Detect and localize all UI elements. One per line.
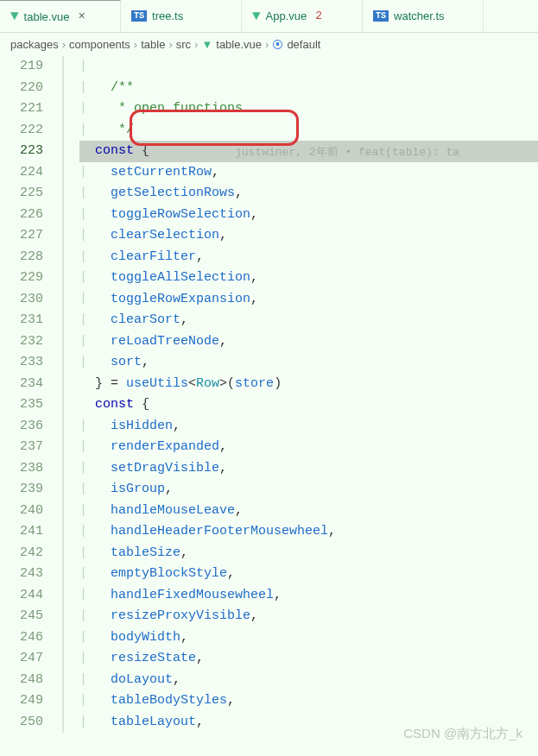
close-icon[interactable]: × bbox=[78, 9, 85, 23]
vue-icon: ▼ bbox=[201, 38, 212, 51]
breadcrumb-item[interactable]: components bbox=[69, 38, 130, 51]
ts-icon: TS bbox=[373, 10, 389, 22]
tab-tree-ts[interactable]: TS tree.ts bbox=[121, 0, 242, 32]
breadcrumb[interactable]: packages › components › table › src › ▼ … bbox=[0, 33, 538, 56]
tab-badge: 2 bbox=[315, 9, 322, 22]
chevron-right-icon: › bbox=[168, 38, 172, 51]
chevron-right-icon: › bbox=[265, 38, 269, 51]
tab-label: tree.ts bbox=[152, 9, 183, 22]
line-gutter: 2192202212222232242252262272282292302312… bbox=[0, 56, 62, 733]
tab-label: watcher.ts bbox=[394, 9, 445, 22]
tab-label: table.vue bbox=[24, 10, 70, 23]
tab-watcher-ts[interactable]: TS watcher.ts bbox=[363, 0, 484, 32]
breadcrumb-item[interactable]: src bbox=[176, 38, 191, 51]
code-area[interactable]: | | /**| * open functions| */ const {jus… bbox=[62, 56, 538, 733]
chevron-right-icon: › bbox=[134, 38, 137, 51]
breadcrumb-item[interactable]: table.vue bbox=[216, 38, 262, 51]
method-icon: ⦿ bbox=[272, 38, 283, 51]
breadcrumb-item[interactable]: table bbox=[141, 38, 165, 51]
breadcrumb-item[interactable]: default bbox=[287, 38, 320, 51]
vue-icon: ▼ bbox=[10, 9, 19, 24]
editor-tabs: ▼ table.vue × TS tree.ts ▼ App.vue 2 TS … bbox=[0, 0, 538, 33]
chevron-right-icon: › bbox=[62, 38, 66, 51]
tab-app-vue[interactable]: ▼ App.vue 2 bbox=[242, 0, 363, 32]
vue-icon: ▼ bbox=[252, 9, 261, 24]
tab-label: App.vue bbox=[266, 9, 307, 22]
tab-table-vue[interactable]: ▼ table.vue × bbox=[0, 0, 121, 32]
breadcrumb-item[interactable]: packages bbox=[10, 38, 59, 51]
code-editor[interactable]: 2192202212222232242252262272282292302312… bbox=[0, 56, 538, 733]
chevron-right-icon: › bbox=[194, 38, 198, 51]
ts-icon: TS bbox=[131, 10, 147, 22]
